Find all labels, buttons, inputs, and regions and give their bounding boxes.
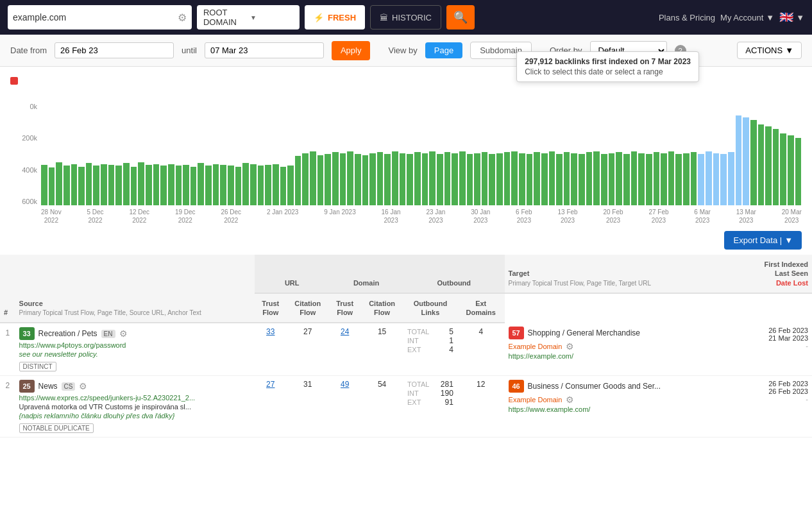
gear-icon[interactable]: ⚙ — [79, 381, 87, 391]
trust-flow-link[interactable]: 27 — [266, 380, 275, 389]
chart-bar[interactable] — [63, 166, 70, 205]
domain-trust-link[interactable]: 49 — [341, 380, 349, 389]
chart-bar[interactable] — [609, 153, 615, 205]
chart-bar[interactable] — [250, 164, 257, 205]
chart-bar[interactable] — [713, 153, 720, 205]
chart-bar[interactable] — [795, 138, 802, 205]
tab-page[interactable]: Page — [425, 42, 462, 58]
chart-bar[interactable] — [295, 156, 301, 205]
chart-bar[interactable] — [736, 115, 742, 205]
chart-bar[interactable] — [765, 126, 772, 205]
chart-bar[interactable] — [743, 117, 749, 205]
chart-bar[interactable] — [571, 153, 577, 205]
chart-bar[interactable] — [556, 154, 562, 205]
chart-bar[interactable] — [638, 153, 645, 205]
source-url-link[interactable]: https://www.p4ptoys.org/password — [19, 341, 251, 349]
chart-bar[interactable] — [347, 151, 353, 205]
chart-bar[interactable] — [153, 164, 160, 205]
target-url-link[interactable]: https://www.example.com/ — [509, 405, 591, 413]
chart-bar[interactable] — [190, 167, 197, 205]
chart-bar[interactable] — [115, 166, 122, 205]
chart-bar[interactable] — [213, 164, 219, 205]
chart-bar[interactable] — [228, 166, 234, 205]
chart-bar[interactable] — [549, 151, 555, 205]
chart-bar[interactable] — [400, 153, 406, 205]
plans-pricing-link[interactable]: Plans & Pricing — [659, 13, 715, 22]
chart-bar[interactable] — [496, 153, 503, 205]
trust-flow-link[interactable]: 33 — [266, 327, 275, 336]
chart-bar[interactable] — [392, 151, 398, 205]
chart-bar[interactable] — [377, 152, 384, 205]
chart-bar[interactable] — [519, 153, 525, 205]
chart-bar[interactable] — [265, 165, 271, 205]
target-gear-icon[interactable]: ⚙ — [566, 341, 574, 352]
chart-bar[interactable] — [56, 162, 62, 205]
chart-bar[interactable] — [355, 154, 361, 205]
chart-bar[interactable] — [198, 163, 204, 205]
language-selector[interactable]: 🇬🇧 ▼ — [779, 10, 804, 24]
chart-bar[interactable] — [101, 164, 107, 205]
chart-bar[interactable] — [437, 154, 443, 205]
chart-bar[interactable] — [220, 165, 226, 205]
chart-bar[interactable] — [631, 151, 638, 205]
chart-bar[interactable] — [108, 165, 115, 205]
chart-bar[interactable] — [623, 154, 630, 205]
chart-bar[interactable] — [287, 166, 294, 205]
chart-bar[interactable] — [362, 155, 369, 205]
chart-bar[interactable] — [489, 154, 495, 205]
chart-bar[interactable] — [706, 151, 712, 205]
chart-bar[interactable] — [422, 153, 428, 205]
chart-bar[interactable] — [452, 153, 458, 205]
chart-bar[interactable] — [280, 167, 287, 205]
chart-bar[interactable] — [691, 152, 697, 205]
chart-bar[interactable] — [273, 164, 279, 205]
chart-bar[interactable] — [131, 167, 137, 205]
chart-bar[interactable] — [534, 152, 540, 205]
chart-bar[interactable] — [384, 154, 391, 205]
chart-bar[interactable] — [698, 154, 704, 205]
chart-bar[interactable] — [369, 153, 376, 205]
chart-bar[interactable] — [511, 151, 518, 205]
chart-bar[interactable] — [429, 151, 436, 205]
chart-bar[interactable] — [302, 153, 309, 205]
chart-bar[interactable] — [474, 153, 480, 205]
chart-bar[interactable] — [467, 154, 473, 205]
chart-bar[interactable] — [146, 165, 152, 205]
chart-bar[interactable] — [160, 166, 167, 205]
chart-bar[interactable] — [668, 151, 675, 205]
account-button[interactable]: My Account ▼ — [720, 13, 774, 22]
export-button[interactable]: Export Data | ▼ — [724, 231, 802, 250]
chart-bar[interactable] — [683, 153, 689, 205]
gear-icon[interactable]: ⚙ — [119, 328, 128, 339]
chart-bar[interactable] — [168, 164, 174, 205]
actions-button[interactable]: ACTIONS ▼ — [737, 42, 802, 59]
chart-bar[interactable] — [340, 153, 346, 205]
chart-bar[interactable] — [407, 154, 413, 205]
chart-bar[interactable] — [78, 167, 85, 205]
chart-bar[interactable] — [773, 129, 779, 205]
fresh-button[interactable]: ⚡ FRESH — [305, 5, 365, 30]
chart-bar[interactable] — [601, 154, 607, 205]
historic-button[interactable]: 🏛 HISTORIC — [370, 5, 441, 30]
chart-bar[interactable] — [123, 163, 130, 205]
chart-bar[interactable] — [444, 152, 451, 205]
chart-bar[interactable] — [564, 152, 570, 205]
chart-bar[interactable] — [788, 135, 794, 205]
apply-button[interactable]: Apply — [332, 41, 371, 60]
chart-bar[interactable] — [527, 154, 533, 205]
chart-bar[interactable] — [780, 133, 786, 205]
chart-bar[interactable] — [758, 124, 765, 205]
chart-bar[interactable] — [205, 166, 212, 205]
source-url-link[interactable]: https://www.expres.cz/speed/junkers-ju-5… — [19, 394, 251, 402]
chart-bar[interactable] — [661, 153, 667, 205]
chart-bar[interactable] — [482, 152, 488, 205]
target-url-link[interactable]: https://example.com/ — [509, 352, 574, 360]
gear-icon[interactable]: ⚙ — [178, 12, 187, 24]
domain-type-select[interactable]: ROOT DOMAIN ▼ — [197, 5, 300, 30]
chart-bar[interactable] — [310, 151, 316, 205]
chart-bar[interactable] — [414, 152, 421, 205]
chart-bar[interactable] — [49, 167, 55, 205]
chart-bar[interactable] — [183, 165, 189, 205]
chart-bar[interactable] — [71, 164, 78, 205]
chart-bar[interactable] — [242, 163, 249, 205]
